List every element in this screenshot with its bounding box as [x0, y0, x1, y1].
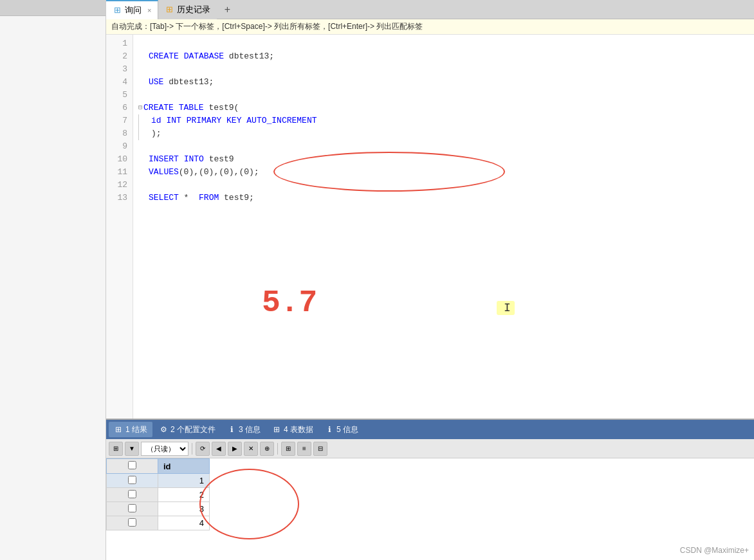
hint-text: 自动完成：[Tab]-> 下一个标签，[Ctrl+Space]-> 列出所有标签…: [111, 21, 423, 32]
line-num-13: 13: [106, 192, 133, 204]
results-icon: ⊞: [114, 425, 123, 434]
code-line-3: [138, 63, 749, 76]
code-line-5: [138, 89, 749, 102]
code-line-4: USE dbtest13;: [138, 76, 749, 89]
code-line-6: ⊟ CREATE TABLE test9(: [138, 102, 749, 114]
line-num-1: 1: [106, 37, 133, 50]
bottom-tab-info5-label: 5 信息: [336, 424, 358, 435]
result-toolbar: ⊞ ▼ （只读） ⟳ ◀ ▶ ✕ ⊕ ⊞ ≡ ⊟: [106, 439, 754, 458]
line-num-2: 2: [106, 50, 133, 63]
line-num-4: 4: [106, 76, 133, 89]
code-editor[interactable]: 1 2 3 4 5 6 7 8 9 10 11 12 13 CR: [106, 35, 754, 419]
toolbar-btn-add[interactable]: ⊞: [109, 442, 123, 456]
toolbar-btn-filter[interactable]: ⊕: [260, 442, 274, 456]
toolbar-separator-1: [192, 443, 192, 455]
bottom-tab-results-label: 1 结果: [125, 424, 147, 435]
row4-checkbox-cell: [107, 516, 158, 530]
row2-checkbox-cell: [107, 488, 158, 502]
info-icon: ℹ: [227, 425, 236, 434]
info5-icon: ℹ: [325, 425, 334, 434]
query-icon: ⊞: [113, 6, 122, 15]
bottom-tab-tabledata[interactable]: ⊞ 4 表数据: [267, 422, 318, 437]
readonly-select[interactable]: （只读）: [141, 442, 188, 456]
tab-history[interactable]: ⊞ 历史记录: [158, 0, 217, 19]
toolbar-btn-back[interactable]: ◀: [212, 442, 226, 456]
result-row-2: 2: [107, 488, 210, 502]
code-line-12: [138, 179, 749, 192]
line-num-6: 6: [106, 102, 133, 114]
sidebar-header: [0, 0, 106, 16]
tab-query-label: 询问: [125, 5, 142, 16]
result-table-container[interactable]: id 1: [106, 458, 754, 560]
bottom-tab-info5[interactable]: ℹ 5 信息: [320, 422, 363, 437]
code-line-9: [138, 140, 749, 153]
row3-id: 3: [158, 502, 210, 516]
toolbar-btn-refresh[interactable]: ⟳: [196, 442, 210, 456]
watermark: CSDN @Maximize+: [680, 546, 749, 555]
bottom-panel: ⊞ 1 结果 ⚙ 2 个配置文件 ℹ 3 信息 ⊞ 4 表数据 ℹ 5 信息: [106, 419, 754, 560]
row1-checkbox-cell: [107, 474, 158, 488]
tab-history-label: 历史记录: [177, 4, 210, 15]
bottom-tab-tabledata-label: 4 表数据: [284, 424, 313, 435]
history-icon: ⊞: [165, 5, 174, 14]
version-label: 5.7: [262, 285, 317, 320]
sidebar-content: [0, 16, 106, 560]
sidebar: [0, 0, 106, 560]
line-num-8: 8: [106, 127, 133, 140]
row4-checkbox[interactable]: [128, 518, 136, 527]
bottom-tab-profiles-label: 2 个配置文件: [170, 424, 216, 435]
toolbar-btn-menu[interactable]: ▼: [125, 442, 139, 456]
fold-icon[interactable]: ⊟: [138, 102, 142, 114]
toolbar-btn-table[interactable]: ⊟: [313, 442, 327, 456]
code-line-11: VALUES (0),(0),(0),(0);: [138, 166, 749, 179]
row4-id: 4: [158, 516, 210, 530]
row3-checkbox[interactable]: [128, 504, 136, 512]
main-editor-area: ⊞ 询问 × ⊞ 历史记录 + 自动完成：[Tab]-> 下一个标签，[Ctrl…: [106, 0, 754, 560]
line-num-7: 7: [106, 114, 133, 127]
hint-bar: 自动完成：[Tab]-> 下一个标签，[Ctrl+Space]-> 列出所有标签…: [106, 19, 754, 35]
row3-checkbox-cell: [107, 502, 158, 516]
toolbar-btn-forward[interactable]: ▶: [228, 442, 242, 456]
toolbar-btn-delete[interactable]: ✕: [244, 442, 258, 456]
code-line-8: );: [138, 127, 749, 140]
line-numbers: 1 2 3 4 5 6 7 8 9 10 11 12 13: [106, 35, 133, 419]
bottom-tab-profiles[interactable]: ⚙ 2 个配置文件: [154, 422, 221, 437]
line-num-5: 5: [106, 89, 133, 102]
bottom-tab-info-label: 3 信息: [239, 424, 261, 435]
tabledata-icon: ⊞: [272, 425, 281, 434]
bottom-tab-info[interactable]: ℹ 3 信息: [222, 422, 266, 437]
line-num-9: 9: [106, 140, 133, 153]
toolbar-btn-list[interactable]: ≡: [297, 442, 311, 456]
header-checkbox-cell: [107, 459, 158, 474]
line-num-10: 10: [106, 153, 133, 166]
row2-checkbox[interactable]: [128, 490, 136, 498]
row2-id: 2: [158, 488, 210, 502]
line-num-3: 3: [106, 63, 133, 76]
result-table: id 1: [106, 458, 210, 530]
bottom-tab-results[interactable]: ⊞ 1 结果: [109, 422, 152, 437]
result-rows-oval-annotation: [199, 469, 299, 539]
column-id-header: id: [158, 459, 210, 474]
cursor-highlight: [497, 301, 515, 315]
result-row-4: 4: [107, 516, 210, 530]
text-cursor: I: [504, 302, 511, 314]
code-line-10: INSERT INTO test9: [138, 153, 749, 166]
code-area[interactable]: CREATE DATABASE dbtest13; USE dbtest13;: [133, 35, 754, 419]
header-checkbox[interactable]: [128, 461, 136, 469]
bottom-tabs: ⊞ 1 结果 ⚙ 2 个配置文件 ℹ 3 信息 ⊞ 4 表数据 ℹ 5 信息: [106, 420, 754, 439]
result-row-3: 3: [107, 502, 210, 516]
code-line-7: id INT PRIMARY KEY AUTO_INCREMENT: [138, 114, 749, 127]
row1-checkbox[interactable]: [128, 476, 136, 484]
tab-bar: ⊞ 询问 × ⊞ 历史记录 +: [106, 0, 754, 19]
code-line-1: [138, 37, 749, 50]
code-line-13: SELECT * FROM test9;: [138, 192, 749, 204]
result-row-1: 1: [107, 474, 210, 488]
tab-add-button[interactable]: +: [219, 2, 235, 17]
code-line-2: CREATE DATABASE dbtest13;: [138, 50, 749, 63]
tab-query[interactable]: ⊞ 询问 ×: [106, 0, 158, 19]
profiles-icon: ⚙: [159, 425, 168, 434]
line-num-12: 12: [106, 179, 133, 192]
tab-query-close[interactable]: ×: [147, 6, 151, 14]
line-num-11: 11: [106, 166, 133, 179]
toolbar-btn-grid[interactable]: ⊞: [281, 442, 295, 456]
